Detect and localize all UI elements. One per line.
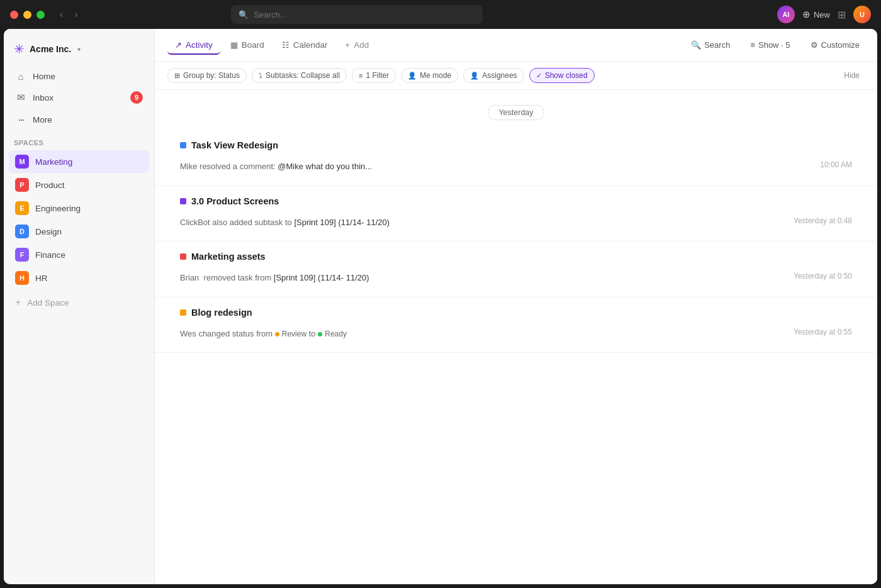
sidebar-item-hr[interactable]: H HR [9, 267, 149, 289]
filter-label: Assignees [482, 71, 517, 80]
task-status-dot [180, 198, 186, 204]
space-label: Product [35, 180, 65, 190]
activity-entry: Mike resolved a comment: @Mike what do y… [180, 158, 852, 175]
activity-time: Yesterday at 0:50 [794, 272, 852, 280]
user-avatar[interactable]: U [853, 6, 871, 23]
activity-feed: Yesterday Task View Redesign Mike resolv… [155, 90, 877, 584]
customize-button[interactable]: ⚙ Customize [805, 37, 865, 53]
close-button[interactable] [10, 11, 18, 19]
sidebar-item-finance[interactable]: F Finance [9, 243, 149, 266]
search-input[interactable] [254, 10, 475, 19]
titlebar-right: AI ⊕ New ⊞ U [777, 6, 871, 23]
status-to: Ready [318, 328, 347, 340]
activity-task-title[interactable]: Blog redesign [180, 308, 852, 318]
activity-entry: Wes changed status from Review to Ready … [180, 325, 852, 343]
filter-show-closed[interactable]: ✓ Show closed [529, 68, 595, 83]
activity-task-title[interactable]: Marketing assets [180, 252, 852, 262]
search-button[interactable]: 🔍 Search [686, 37, 735, 53]
search-icon: 🔍 [238, 10, 249, 19]
filter-label: Show closed [545, 71, 588, 80]
sidebar-item-design[interactable]: D Design [9, 220, 149, 243]
space-label: Engineering [35, 204, 81, 213]
forward-button[interactable]: › [72, 8, 80, 21]
content-header: ↗ Activity ▦ Board ☷ Calendar + Add [155, 29, 877, 62]
workspace-caret-icon: ▾ [77, 46, 81, 53]
filter-me-mode[interactable]: 👤 Me mode [401, 68, 458, 83]
task-status-dot [180, 253, 186, 260]
subtasks-icon: ⤵ [259, 72, 262, 79]
filter-count[interactable]: ≡ 1 Filter [352, 68, 396, 83]
search-icon: 🔍 [691, 40, 701, 50]
tab-add[interactable]: + Add [338, 36, 377, 55]
space-avatar-product: P [15, 178, 29, 192]
activity-time: 10:00 AM [820, 160, 852, 169]
sidebar-item-more[interactable]: ··· More [9, 109, 149, 131]
window-controls [10, 11, 45, 19]
task-title-text: 3.0 Product Screens [191, 196, 279, 206]
hide-button[interactable]: Hide [839, 69, 865, 82]
tab-calendar[interactable]: ☷ Calendar [274, 36, 335, 55]
filter-icon: ≡ [359, 72, 362, 79]
plus-icon: ⊕ [802, 9, 811, 20]
activity-icon: ↗ [175, 40, 182, 50]
tab-activity[interactable]: ↗ Activity [167, 36, 220, 55]
task-title-text: Task View Redesign [191, 140, 278, 150]
minimize-button[interactable] [23, 11, 31, 19]
activity-entry: ClickBot also added subtask to [Sprint 1… [180, 214, 852, 231]
workspace-logo[interactable]: ✳ Acme Inc. ▾ [4, 36, 154, 67]
show-closed-icon: ✓ [536, 72, 542, 80]
spaces-header: Spaces [4, 131, 154, 150]
back-button[interactable]: ‹ [57, 8, 65, 21]
apps-grid-icon[interactable]: ⊞ [838, 9, 846, 21]
date-badge: Yesterday [488, 105, 544, 120]
sidebar-item-home[interactable]: ⌂ Home [9, 67, 149, 86]
sidebar-nav: ⌂ Home ✉ Inbox 9 ··· More [4, 67, 154, 131]
filter-group-by-status[interactable]: ⊞ Group by: Status [167, 68, 247, 83]
filter-assignees[interactable]: 👤 Assignees [463, 68, 524, 83]
activity-text: Mike resolved a comment: @Mike what do y… [180, 160, 372, 173]
activity-group-marketing-assets: Marketing assets Brian removed task from… [155, 241, 877, 297]
space-avatar-design: D [15, 225, 29, 238]
sidebar-item-product[interactable]: P Product [9, 174, 149, 196]
titlebar: ‹ › 🔍 AI ⊕ New ⊞ U [0, 0, 881, 29]
tab-label: Board [242, 40, 264, 50]
status-dot-ready [318, 332, 322, 336]
activity-time: Yesterday at 0:48 [794, 216, 852, 225]
activity-task-title[interactable]: Task View Redesign [180, 140, 852, 150]
status-from: Review [275, 328, 306, 340]
titlebar-search-bar[interactable]: 🔍 [231, 5, 483, 24]
ai-button[interactable]: AI [777, 6, 795, 23]
more-icon: ··· [15, 113, 26, 126]
add-space-button[interactable]: + Add Space [9, 292, 149, 313]
activity-group-blog-redesign: Blog redesign Wes changed status from Re… [155, 297, 877, 353]
sidebar-item-inbox[interactable]: ✉ Inbox 9 [9, 87, 149, 108]
tab-label: Add [354, 40, 369, 50]
space-label: Finance [35, 250, 65, 260]
show-label: Show · 5 [758, 40, 790, 50]
add-space-icon: + [15, 297, 21, 308]
sidebar-item-label: More [33, 115, 52, 125]
tab-label: Activity [186, 40, 213, 50]
filter-label: 1 Filter [366, 71, 390, 80]
workspace-icon: ✳ [14, 42, 25, 57]
sidebar-item-engineering[interactable]: E Engineering [9, 197, 149, 219]
show-button[interactable]: ≡ Show · 5 [745, 37, 795, 53]
maximize-button[interactable] [36, 11, 45, 19]
filter-bar: ⊞ Group by: Status ⤵ Subtasks: Collapse … [155, 62, 877, 90]
add-tab-icon: + [345, 40, 351, 50]
filter-label: Group by: Status [183, 71, 240, 80]
show-icon: ≡ [750, 40, 755, 50]
filter-subtasks-collapse[interactable]: ⤵ Subtasks: Collapse all [252, 68, 347, 83]
sidebar-item-marketing[interactable]: M Marketing [9, 150, 149, 173]
activity-text: ClickBot also added subtask to [Sprint 1… [180, 216, 390, 229]
sidebar-item-label: Inbox [33, 93, 53, 103]
status-dot-review [275, 332, 279, 336]
activity-group-product-screens: 3.0 Product Screens ClickBot also added … [155, 186, 877, 242]
sidebar: ✳ Acme Inc. ▾ ⌂ Home ✉ Inbox 9 ··· More … [4, 29, 155, 584]
activity-task-title[interactable]: 3.0 Product Screens [180, 196, 852, 206]
filter-label: Subtasks: Collapse all [266, 71, 340, 80]
new-button[interactable]: ⊕ New [802, 9, 830, 20]
home-icon: ⌂ [15, 71, 26, 82]
customize-icon: ⚙ [811, 40, 818, 50]
tab-board[interactable]: ▦ Board [223, 36, 272, 55]
